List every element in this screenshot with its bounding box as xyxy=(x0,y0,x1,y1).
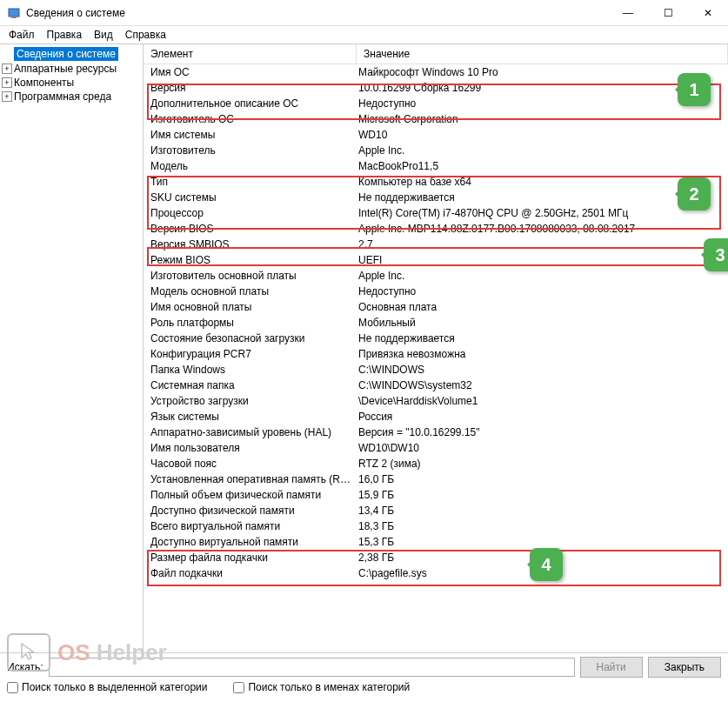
badge-4: 4 xyxy=(530,548,563,581)
table-row[interactable]: Дополнительное описание ОСНедоступно xyxy=(144,96,728,111)
table-row[interactable]: ПроцессорIntel(R) Core(TM) i7-4870HQ CPU… xyxy=(144,205,728,221)
cell-key: Тип xyxy=(144,176,357,188)
main-panel: Элемент Значение Имя ОСМайкрософт Window… xyxy=(144,44,728,652)
sidebar-item-label: Сведения о системе xyxy=(14,47,118,61)
cell-val: Apple Inc. MBP114.88Z.0177.B00.170808003… xyxy=(357,223,728,235)
check-names-label[interactable]: Поиск только в именах категорий xyxy=(233,681,410,693)
check-names[interactable] xyxy=(233,682,244,693)
find-button[interactable]: Найти xyxy=(580,657,643,678)
maximize-button[interactable]: ☐ xyxy=(648,0,688,26)
table-row[interactable]: SKU системыНе поддерживается xyxy=(144,190,728,205)
menubar: Файл Правка Вид Справка xyxy=(0,26,728,43)
table-row[interactable]: ИзготовительApple Inc. xyxy=(144,143,728,158)
minimize-button[interactable]: — xyxy=(608,0,648,26)
table-row[interactable]: Версия SMBIOS2.7 xyxy=(144,237,728,252)
sidebar-item[interactable]: Сведения о системе xyxy=(0,46,143,62)
expand-icon[interactable]: + xyxy=(2,77,12,88)
table-row[interactable]: Часовой поясRTZ 2 (зима) xyxy=(144,456,728,471)
cell-val: 16,0 ГБ xyxy=(357,473,728,485)
cell-val: \Device\HarddiskVolume1 xyxy=(357,395,728,407)
cell-val: Недоступно xyxy=(357,285,728,297)
sidebar-item[interactable]: +Программная среда xyxy=(0,90,143,104)
table-row[interactable]: Версия10.0.16299 Сборка 16299 xyxy=(144,80,728,96)
header-value[interactable]: Значение xyxy=(357,44,728,64)
cell-key: Роль платформы xyxy=(144,317,357,329)
cell-key: Всего виртуальной памяти xyxy=(144,520,357,532)
cell-key: Процессор xyxy=(144,207,357,219)
cell-key: Имя основной платы xyxy=(144,301,357,313)
table-row[interactable]: Устройство загрузки\Device\HarddiskVolum… xyxy=(144,393,728,409)
table-row[interactable]: Режим BIOSUEFI xyxy=(144,252,728,268)
cell-key: Размер файла подкачки xyxy=(144,552,357,564)
table-row[interactable]: Полный объем физической памяти15,9 ГБ xyxy=(144,487,728,503)
svg-rect-1 xyxy=(11,17,17,18)
table-row[interactable]: Системная папкаC:\WINDOWS\system32 xyxy=(144,378,728,393)
close-panel-button[interactable]: Закрыть xyxy=(648,657,721,678)
expand-icon[interactable]: + xyxy=(2,64,12,74)
cell-val: Россия xyxy=(357,411,728,423)
sidebar-item[interactable]: +Аппаратные ресурсы xyxy=(0,62,143,76)
cell-key: Состояние безопасной загрузки xyxy=(144,332,357,344)
sidebar-item[interactable]: +Компоненты xyxy=(0,76,143,90)
table-row[interactable]: Всего виртуальной памяти18,3 ГБ xyxy=(144,518,728,534)
table-row[interactable]: Состояние безопасной загрузкиНе поддержи… xyxy=(144,331,728,346)
table-row[interactable]: Размер файла подкачки2,38 ГБ xyxy=(144,550,728,565)
cell-key: Имя пользователя xyxy=(144,442,357,454)
cell-val: Привязка невозможна xyxy=(357,348,728,360)
menu-edit[interactable]: Правка xyxy=(42,27,88,43)
content-area: Сведения о системе+Аппаратные ресурсы+Ко… xyxy=(0,43,728,652)
rows-container: Имя ОСМайкрософт Windows 10 ProВерсия10.… xyxy=(144,64,728,581)
table-row[interactable]: Изготовитель основной платыApple Inc. xyxy=(144,268,728,284)
close-button[interactable]: ✕ xyxy=(688,0,728,26)
table-row[interactable]: Роль платформыМобильный xyxy=(144,315,728,331)
table-row[interactable]: Язык системыРоссия xyxy=(144,409,728,425)
table-row[interactable]: Изготовитель ОСMicrosoft Corporation xyxy=(144,111,728,127)
cell-val: C:\WINDOWS\system32 xyxy=(357,379,728,391)
cell-val: Intel(R) Core(TM) i7-4870HQ CPU @ 2.50GH… xyxy=(357,207,728,219)
table-row[interactable]: ТипКомпьютер на базе x64 xyxy=(144,174,728,190)
table-row[interactable]: Имя ОСМайкрософт Windows 10 Pro xyxy=(144,64,728,80)
table-row[interactable]: Имя системыWD10 xyxy=(144,127,728,143)
table-row[interactable]: Доступно физической памяти13,4 ГБ xyxy=(144,503,728,518)
menu-file[interactable]: Файл xyxy=(3,27,40,43)
cell-key: Язык системы xyxy=(144,411,357,423)
menu-help[interactable]: Справка xyxy=(120,27,171,43)
cell-val: 2.7 xyxy=(357,238,728,251)
table-row[interactable]: Конфигурация PCR7Привязка невозможна xyxy=(144,346,728,362)
table-row[interactable]: Имя основной платыОсновная плата xyxy=(144,299,728,315)
table-row[interactable]: МодельMacBookPro11,5 xyxy=(144,158,728,174)
menu-view[interactable]: Вид xyxy=(89,27,118,43)
table-row[interactable]: Папка WindowsC:\WINDOWS xyxy=(144,362,728,378)
cell-val: RTZ 2 (зима) xyxy=(357,458,728,470)
table-row[interactable]: Файл подкачкиC:\pagefile.sys xyxy=(144,565,728,581)
check-category-label[interactable]: Поиск только в выделенной категории xyxy=(7,681,207,693)
cell-val: Майкрософт Windows 10 Pro xyxy=(357,66,728,78)
cell-key: Режим BIOS xyxy=(144,254,357,266)
cell-val: WD10\DW10 xyxy=(357,442,728,454)
badge-2: 2 xyxy=(678,177,711,211)
table-row[interactable]: Имя пользователяWD10\DW10 xyxy=(144,440,728,456)
svg-rect-0 xyxy=(9,9,19,17)
sidebar-item-label: Программная среда xyxy=(14,90,111,103)
sidebar: Сведения о системе+Аппаратные ресурсы+Ко… xyxy=(0,44,144,652)
cell-key: Часовой пояс xyxy=(144,458,357,470)
expand-icon[interactable]: + xyxy=(2,91,12,102)
cell-key: Версия SMBIOS xyxy=(144,238,357,251)
titlebar: Сведения о системе — ☐ ✕ xyxy=(0,0,728,26)
cell-val: C:\WINDOWS xyxy=(357,364,728,376)
table-row[interactable]: Модель основной платыНедоступно xyxy=(144,284,728,299)
cell-key: Модель основной платы xyxy=(144,285,357,297)
cell-key: Дополнительное описание ОС xyxy=(144,97,357,110)
table-row[interactable]: Аппаратно-зависимый уровень (HAL)Версия … xyxy=(144,425,728,440)
check-category[interactable] xyxy=(7,682,18,693)
cell-key: Версия xyxy=(144,82,357,94)
table-row[interactable]: Установленная оперативная память (RAM)16… xyxy=(144,471,728,487)
cell-key: Папка Windows xyxy=(144,364,357,376)
table-row[interactable]: Версия BIOSApple Inc. MBP114.88Z.0177.B0… xyxy=(144,221,728,237)
table-row[interactable]: Доступно виртуальной памяти15,3 ГБ xyxy=(144,534,728,550)
header-element[interactable]: Элемент xyxy=(144,44,357,64)
cursor-icon xyxy=(7,633,50,672)
cell-key: Модель xyxy=(144,160,357,172)
cell-val: Компьютер на базе x64 xyxy=(357,176,728,188)
cell-val: Версия = "10.0.16299.15" xyxy=(357,426,728,438)
